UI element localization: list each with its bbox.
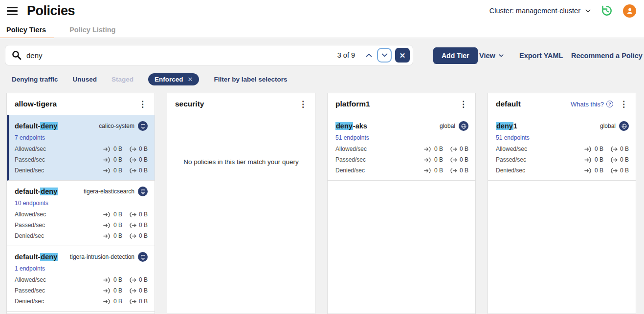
close-icon[interactable]: ✕ (188, 76, 193, 83)
metric-row: Passed/sec 0 B0 B (496, 156, 629, 163)
search-prev-button[interactable] (362, 49, 375, 62)
tier-name: platform1 (335, 100, 370, 108)
filter-denying-traffic[interactable]: Denying traffic (12, 76, 58, 83)
metric-label: Allowed/sec (15, 211, 46, 218)
filter-enforced-chip[interactable]: Enforced ✕ (148, 73, 199, 85)
egress-value: 0 B (139, 287, 148, 294)
view-dropdown[interactable]: View (479, 47, 504, 64)
scope-label: global (600, 123, 616, 129)
ingress-value: 0 B (113, 232, 122, 239)
endpoints-link[interactable]: 51 endpoints (496, 134, 530, 141)
egress-value: 0 B (620, 146, 629, 152)
kebab-menu-icon[interactable]: ⋮ (297, 100, 309, 108)
egress-value: 0 B (460, 167, 468, 174)
endpoints-link[interactable]: 10 endpoints (15, 200, 48, 207)
kebab-menu-icon[interactable]: ⋮ (618, 100, 630, 108)
history-icon[interactable] (600, 4, 613, 17)
endpoints-link[interactable]: 51 endpoints (335, 134, 369, 141)
ingress-icon (424, 167, 432, 174)
metric-label: Passed/sec (15, 222, 45, 229)
ingress-icon (424, 157, 432, 163)
scope-label: calico-system (99, 123, 134, 129)
export-yaml-label: Export YAML (519, 52, 563, 60)
recommend-policy-button[interactable]: Recommend a Policy (571, 47, 643, 64)
filter-row: Denying traffic Unused Staged Enforced ✕… (12, 73, 288, 85)
search-next-button[interactable] (377, 48, 392, 63)
egress-icon (129, 146, 136, 152)
top-bar-right: Cluster: management-cluster (489, 0, 636, 21)
filter-staged[interactable]: Staged (111, 76, 133, 83)
ingress-value: 0 B (595, 156, 603, 163)
policy-card[interactable]: deny1 global 51 endpoints Allowed/sec 0 … (488, 115, 636, 181)
user-avatar[interactable] (623, 4, 636, 18)
metric-row: Passed/sec 0 B0 B (335, 156, 468, 163)
chevron-up-icon (366, 53, 372, 57)
hamburger-menu-icon[interactable] (7, 7, 18, 15)
egress-value: 0 B (139, 222, 148, 229)
cluster-selector[interactable]: Cluster: management-cluster (489, 7, 591, 15)
metric-row: Allowed/sec 0 B0 B (496, 146, 629, 152)
tier-header: allow-tigera ⋮ (7, 93, 155, 115)
policy-name: default-deny (15, 188, 58, 195)
policy-scope: calico-system (99, 121, 148, 131)
ingress-icon (584, 167, 592, 174)
filter-label-selectors[interactable]: Filter by label selectors (214, 76, 287, 83)
tab-bar: Policy Tiers Policy Listing (0, 21, 644, 38)
egress-icon (129, 157, 136, 163)
chevron-down-icon (585, 9, 591, 13)
tab-label: Policy Tiers (6, 26, 46, 34)
ingress-value: 0 B (113, 276, 122, 283)
policy-card[interactable]: default-deny tigera-intrusion-detection … (7, 246, 155, 312)
ingress-icon (103, 298, 111, 305)
metric-row: Allowed/sec 0 B0 B (15, 276, 148, 283)
policy-name: default-deny (15, 253, 58, 261)
tier-header: default Whats this? ? ⋮ (488, 93, 636, 115)
policy-card[interactable]: default-deny tigera-elasticsearch 10 end… (7, 181, 155, 246)
ingress-icon (103, 167, 111, 174)
endpoints-link[interactable]: 1 endpoints (15, 265, 45, 272)
person-icon (625, 6, 635, 16)
ingress-icon (103, 157, 111, 163)
kebab-menu-icon[interactable]: ⋮ (136, 100, 149, 108)
tier-column-allow-tigera: allow-tigera ⋮ default-deny calico-syste… (6, 93, 155, 314)
search-clear-button[interactable]: ✕ (395, 48, 410, 63)
tier-column-security: security ⋮ No policies in this tier matc… (167, 93, 315, 314)
tier-column-default: default Whats this? ? ⋮ deny1 global (488, 93, 636, 314)
search-input[interactable] (26, 51, 337, 60)
search-highlight: deny (40, 253, 58, 261)
ingress-icon (103, 146, 111, 152)
search-result-count: 3 of 9 (337, 51, 355, 59)
filter-unused[interactable]: Unused (73, 76, 97, 83)
metric-row: Denied/sec 0 B0 B (496, 167, 629, 174)
add-tier-button[interactable]: Add Tier (433, 47, 478, 64)
scope-label: global (440, 123, 455, 129)
export-yaml-button[interactable]: Export YAML (519, 47, 563, 64)
metric-label: Allowed/sec (335, 146, 367, 152)
kebab-menu-icon[interactable]: ⋮ (457, 100, 469, 108)
tab-policy-tiers[interactable]: Policy Tiers (0, 21, 54, 38)
egress-icon (610, 146, 618, 152)
ingress-icon (103, 222, 111, 229)
policy-name-part: -aks (353, 122, 367, 130)
ingress-icon (103, 233, 111, 239)
cluster-selector-label: Cluster: management-cluster (489, 7, 580, 15)
ingress-value: 0 B (113, 222, 122, 229)
egress-icon (129, 211, 136, 218)
metric-label: Denied/sec (15, 232, 44, 239)
metric-row: Allowed/sec 0 B0 B (15, 146, 148, 152)
whats-this-link[interactable]: Whats this? ? (571, 101, 613, 108)
egress-icon (610, 167, 618, 174)
ingress-value: 0 B (434, 146, 443, 152)
metric-row: Denied/sec 0 B0 B (15, 298, 148, 305)
ingress-value: 0 B (113, 146, 122, 152)
namespace-icon (138, 252, 148, 262)
tab-policy-listing[interactable]: Policy Listing (62, 21, 123, 38)
chevron-down-icon (381, 53, 388, 57)
policy-card[interactable]: deny-aks global 51 endpoints Allowed/sec… (328, 115, 475, 181)
policy-card[interactable]: default-deny calico-system 7 endpoints A… (7, 115, 155, 181)
ingress-value: 0 B (434, 156, 443, 163)
endpoints-link[interactable]: 7 endpoints (15, 134, 45, 141)
search-highlight: deny (335, 122, 353, 130)
metric-row: Denied/sec 0 B0 B (335, 167, 468, 174)
policy-scope: tigera-intrusion-detection (70, 252, 148, 262)
